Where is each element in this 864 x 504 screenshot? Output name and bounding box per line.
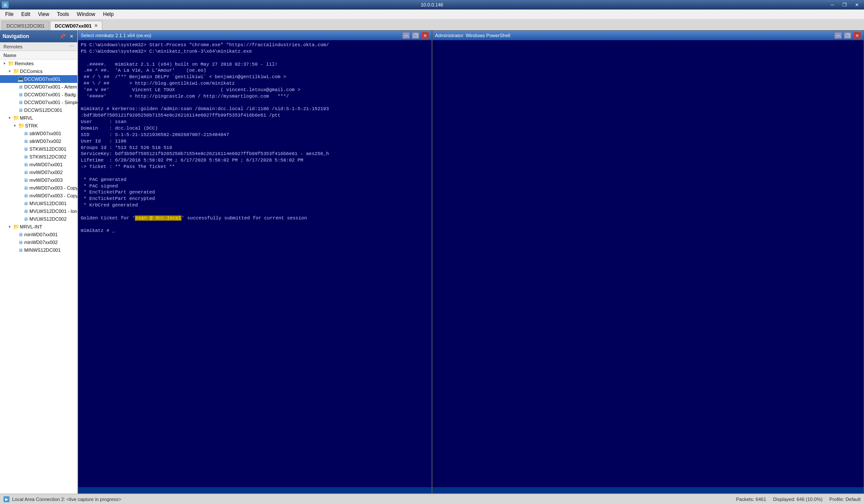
tree-item-mvlwd07xx003-copy[interactable]: 🖥 mvlWD07xx003 - Copy <box>0 184 77 192</box>
menu-bar: File Edit View Tools Window Help <box>0 10 864 19</box>
tree-item-mvlwd07xx003[interactable]: 🖥 mvlWD07xx003 <box>0 176 77 184</box>
tree-mrvl-int-header[interactable]: ▾ 📁 MRVL-INT <box>0 223 77 231</box>
tree-item-stkws12dc001[interactable]: 🖥 STKWS12DC001 <box>0 145 77 153</box>
sidebar-remotes-section[interactable]: Remotes ⋯ <box>0 42 77 51</box>
menu-edit[interactable]: Edit <box>18 10 34 18</box>
tree-item-mvlwd07xx002[interactable]: 🖥 mvlWD07xx002 <box>0 168 77 176</box>
computer-green-icon: 💻 <box>17 76 23 82</box>
terminal-left-scrollbar[interactable] <box>78 487 432 493</box>
status-displayed: Displayed: 646 (10.0%) <box>773 497 823 502</box>
terminal-left-title: Select mimikatz 2.1.1 x64 (oe.eo) <box>81 33 400 38</box>
tab-label-0: DCCWS12DC001 <box>6 23 44 29</box>
tree-remotes-root[interactable]: ▾ 📁 Remotes <box>0 60 77 67</box>
tree-item-stkws12dc002[interactable]: 🖥 STKWS12DC002 <box>0 153 77 161</box>
sidebar-dots-icon[interactable]: ⋯ <box>69 44 74 49</box>
tree-item-dccwd07xx001-badg[interactable]: 🖥 DCCWD07xx001 - Badg... <box>0 91 77 98</box>
menu-window[interactable]: Window <box>73 10 99 18</box>
sidebar: Navigation 📌 ✕ Remotes ⋯ Name ▾ 📁 Remote… <box>0 30 78 494</box>
tab-label-1: DCCWD07xx001 <box>55 23 92 29</box>
tree-item-minwd07xx001[interactable]: 🖥 minWD07xx001 <box>0 231 77 238</box>
status-capture-text: Local Area Connection 2: <live capture i… <box>12 497 121 502</box>
computer-blue-icon: 🖥 <box>17 84 23 90</box>
strk-folder-icon: 📁 <box>18 123 24 129</box>
folder-icon: 📁 <box>8 60 14 67</box>
status-profile: Profile: Default <box>829 497 861 502</box>
terminal-left: Select mimikatz 2.1.1 x64 (oe.eo) ─ ❐ ✕ … <box>78 30 432 494</box>
computer-blue-icon: 🖥 <box>22 177 29 183</box>
tab-close-icon[interactable]: ✕ <box>94 23 98 28</box>
terminal-right: Administrator: Windows PowerShell ─ ❐ ✕ <box>432 30 864 494</box>
app-icon: ⊞ <box>2 1 9 8</box>
sidebar-tree[interactable]: ▾ 📁 Remotes ▾ 📁 DCComics 💻 DCCWD07xx001 … <box>0 60 77 494</box>
computer-blue-icon: 🖥 <box>17 247 23 253</box>
sidebar-close-button[interactable]: ✕ <box>68 33 75 40</box>
computer-blue-icon: 🖥 <box>22 138 29 144</box>
tree-item-mvlwd07xx001[interactable]: 🖥 mvlWD07xx001 <box>0 161 77 168</box>
tree-dccomics-header[interactable]: ▾ 📁 DCComics <box>0 67 77 75</box>
title-bar-title: 10.0.0.146 <box>421 2 443 7</box>
sidebar-remotes-label-text: Remotes <box>3 44 22 49</box>
terminal-right-minimize[interactable]: ─ <box>834 32 842 39</box>
mrvl-label: MRVL <box>20 115 33 120</box>
terminal-right-body[interactable] <box>432 40 864 487</box>
computer-blue-icon: 🖥 <box>22 200 29 206</box>
computer-blue-icon: 🖥 <box>22 146 29 152</box>
expand-mrvl-icon: ▾ <box>7 116 12 120</box>
expand-dccomics-icon: ▾ <box>7 69 12 73</box>
tree-item-dccws12dc001[interactable]: 🖥 DCCWS12DC001 <box>0 106 77 114</box>
restore-button[interactable]: ❐ <box>839 1 850 9</box>
tree-item-dccwd07xx001-simple[interactable]: 🖥 DCCWD07xx001 - Simple... <box>0 98 77 106</box>
dccomics-folder-icon: 📁 <box>13 68 19 74</box>
tree-item-dccwd07xx001-artem[interactable]: 🖥 DCCWD07xx001 - Artem <box>0 83 77 91</box>
terminal-left-close[interactable]: ✕ <box>421 32 429 39</box>
sidebar-pin-button[interactable]: 📌 <box>59 33 66 40</box>
computer-blue-icon: 🖥 <box>17 107 23 113</box>
tree-item-mvlwd07xx003-copy2[interactable]: 🖥 mvlWD07xx003 - Copy -... <box>0 192 77 200</box>
sidebar-header: Navigation 📌 ✕ <box>0 30 77 42</box>
terminal-left-minimize[interactable]: ─ <box>402 32 410 39</box>
status-bar: ▶ Local Area Connection 2: <live capture… <box>0 494 864 504</box>
tab-bar: DCCWS12DC001 DCCWD07xx001 ✕ <box>0 19 864 30</box>
computer-blue-icon: 🖥 <box>17 99 23 105</box>
terminal-right-restore[interactable]: ❐ <box>844 32 851 39</box>
tree-item-mvlws12dc002[interactable]: 🖥 MVLWS12DC002 <box>0 215 77 223</box>
tree-mrvl-header[interactable]: ▾ 📁 MRVL <box>0 114 77 122</box>
terminal-right-scrollbar[interactable] <box>432 487 864 493</box>
mrvl-folder-icon: 📁 <box>13 115 19 121</box>
tree-item-dccwd07xx001[interactable]: 💻 DCCWD07xx001 <box>0 75 77 83</box>
terminal-right-close[interactable]: ✕ <box>853 32 861 39</box>
tree-group-dccomics: ▾ 📁 DCComics 💻 DCCWD07xx001 🖥 DCCWD07xx0… <box>0 67 77 114</box>
tab-dccwd07xx001[interactable]: DCCWD07xx001 ✕ <box>50 21 102 30</box>
computer-blue-icon: 🖥 <box>22 208 29 214</box>
minimize-button[interactable]: ─ <box>827 1 838 9</box>
tree-item-stkwd07xx002[interactable]: 🖥 stkWD07xx002 <box>0 137 77 145</box>
tree-item-minws12dc001[interactable]: 🖥 MINWS12DC001 <box>0 246 77 254</box>
menu-tools[interactable]: Tools <box>54 10 73 18</box>
menu-file[interactable]: File <box>2 10 17 18</box>
computer-blue-icon: 🖥 <box>17 239 23 245</box>
tree-strk-header[interactable]: ▾ 📁 STRK <box>0 122 77 130</box>
tree-group-mrvl: ▾ 📁 MRVL ▾ 📁 STRK 🖥 stkWD07xx001 🖥 stkWD… <box>0 114 77 223</box>
terminal-left-body[interactable]: PS C:\Windows\system32> Start-Process "c… <box>78 40 432 487</box>
title-bar: ⊞ 10.0.0.146 ─ ❐ ✕ <box>0 0 864 10</box>
computer-blue-icon: 🖥 <box>22 185 29 191</box>
status-capture-icon: ▶ <box>3 496 10 502</box>
tab-dccws12dc001[interactable]: DCCWS12DC001 <box>2 21 49 30</box>
terminal-left-restore[interactable]: ❐ <box>412 32 419 39</box>
title-bar-left: ⊞ <box>2 1 9 8</box>
computer-blue-icon: 🖥 <box>22 154 29 160</box>
content-area: Select mimikatz 2.1.1 x64 (oe.eo) ─ ❐ ✕ … <box>78 30 864 494</box>
computer-blue-icon: 🖥 <box>17 92 23 98</box>
main-layout: Navigation 📌 ✕ Remotes ⋯ Name ▾ 📁 Remote… <box>0 30 864 494</box>
tree-item-stkwd07xx001[interactable]: 🖥 stkWD07xx001 <box>0 130 77 137</box>
tree-item-minwd07xx002[interactable]: 🖥 minWD07xx002 <box>0 238 77 246</box>
status-left: ▶ Local Area Connection 2: <live capture… <box>3 496 121 502</box>
tree-item-mvlws12dc001[interactable]: 🖥 MVLWS12DC001 <box>0 200 77 207</box>
expand-icon: ▾ <box>2 61 7 66</box>
remotes-root-label: Remotes <box>15 61 34 66</box>
close-button[interactable]: ✕ <box>851 1 862 9</box>
tree-item-mvlws12dc001-long[interactable]: 🖥 MVLWS12DC001 - long user <box>0 207 77 215</box>
menu-help[interactable]: Help <box>100 10 118 18</box>
status-right: Packets: 6461 Displayed: 646 (10.0%) Pro… <box>736 497 861 502</box>
menu-view[interactable]: View <box>35 10 53 18</box>
